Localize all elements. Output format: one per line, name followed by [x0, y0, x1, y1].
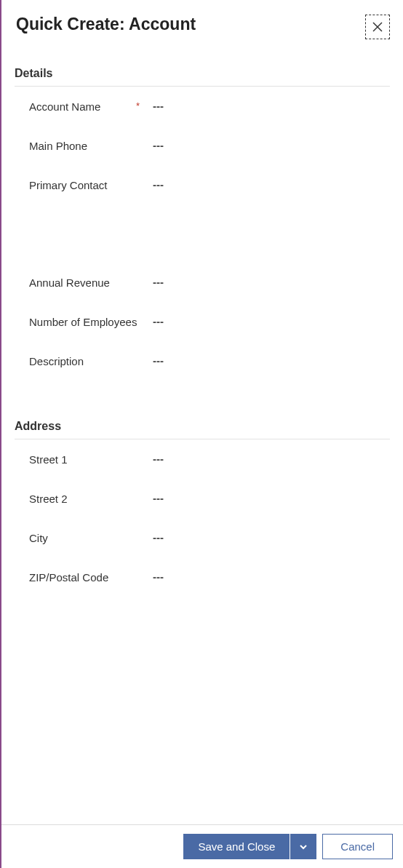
field-value-cell	[153, 354, 390, 367]
section-address: Address Street 1 Street 2	[15, 420, 390, 597]
panel-content: Details Account Name * Main Phone	[1, 47, 403, 824]
field-value-cell	[153, 453, 390, 466]
field-label-wrap: Number of Employees	[29, 316, 153, 328]
field-label-wrap: ZIP/Postal Code	[29, 571, 153, 584]
account-name-input[interactable]	[153, 100, 390, 112]
street1-input[interactable]	[153, 453, 390, 465]
panel-header: Quick Create: Account	[1, 0, 403, 47]
field-street2: Street 2	[15, 479, 390, 518]
field-value-cell	[153, 492, 390, 505]
field-label: Description	[29, 355, 84, 367]
field-label: Annual Revenue	[29, 276, 110, 289]
save-options-dropdown-button[interactable]	[290, 834, 316, 859]
zip-input[interactable]	[153, 570, 390, 583]
section-title-address: Address	[15, 420, 390, 433]
chevron-down-icon	[299, 843, 308, 851]
field-label-wrap: Description	[29, 355, 153, 367]
section-gap	[15, 204, 390, 263]
close-icon	[372, 22, 383, 32]
save-button-group: Save and Close	[183, 834, 316, 859]
field-label-wrap: Street 1	[29, 453, 153, 466]
field-label: Account Name	[29, 100, 100, 113]
field-label: Main Phone	[29, 140, 87, 152]
panel-title: Quick Create: Account	[16, 15, 196, 34]
field-value-cell	[153, 315, 390, 328]
field-label: ZIP/Postal Code	[29, 571, 108, 584]
field-label: Primary Contact	[29, 179, 108, 191]
num-employees-input[interactable]	[153, 315, 390, 327]
field-label-wrap: Primary Contact	[29, 179, 153, 191]
field-label-wrap: City	[29, 532, 153, 544]
field-primary-contact: Primary Contact	[15, 165, 390, 204]
field-value-cell	[153, 100, 390, 113]
field-value-cell	[153, 178, 390, 191]
panel-footer: Save and Close Cancel	[1, 824, 403, 868]
section-title-details: Details	[15, 67, 390, 80]
field-city: City	[15, 518, 390, 557]
field-label: Street 1	[29, 453, 68, 466]
field-label: Street 2	[29, 493, 68, 505]
quick-create-panel: Quick Create: Account Details Account Na…	[1, 0, 403, 868]
field-label-wrap: Street 2	[29, 493, 153, 505]
field-num-employees: Number of Employees	[15, 302, 390, 341]
field-annual-revenue: Annual Revenue	[15, 263, 390, 302]
field-label: City	[29, 532, 48, 544]
field-value-cell	[153, 139, 390, 152]
section-details: Details Account Name * Main Phone	[15, 67, 390, 381]
field-account-name: Account Name *	[15, 87, 390, 126]
field-label-wrap: Annual Revenue	[29, 276, 153, 289]
street2-input[interactable]	[153, 492, 390, 504]
field-label-wrap: Main Phone	[29, 140, 153, 152]
save-and-close-button[interactable]: Save and Close	[183, 834, 290, 859]
city-input[interactable]	[153, 531, 390, 544]
field-label-wrap: Account Name *	[29, 100, 153, 113]
cancel-button[interactable]: Cancel	[322, 834, 393, 859]
main-phone-input[interactable]	[153, 139, 390, 151]
primary-contact-input[interactable]	[153, 178, 390, 191]
field-main-phone: Main Phone	[15, 126, 390, 165]
field-value-cell	[153, 531, 390, 544]
required-asterisk: *	[136, 100, 140, 111]
description-input[interactable]	[153, 354, 390, 367]
field-zip: ZIP/Postal Code	[15, 557, 390, 597]
field-street1: Street 1	[15, 439, 390, 479]
close-button[interactable]	[365, 15, 390, 39]
annual-revenue-input[interactable]	[153, 276, 390, 288]
section-gap	[15, 381, 390, 399]
field-description: Description	[15, 341, 390, 381]
field-label: Number of Employees	[29, 316, 137, 328]
field-value-cell	[153, 276, 390, 289]
field-value-cell	[153, 570, 390, 584]
